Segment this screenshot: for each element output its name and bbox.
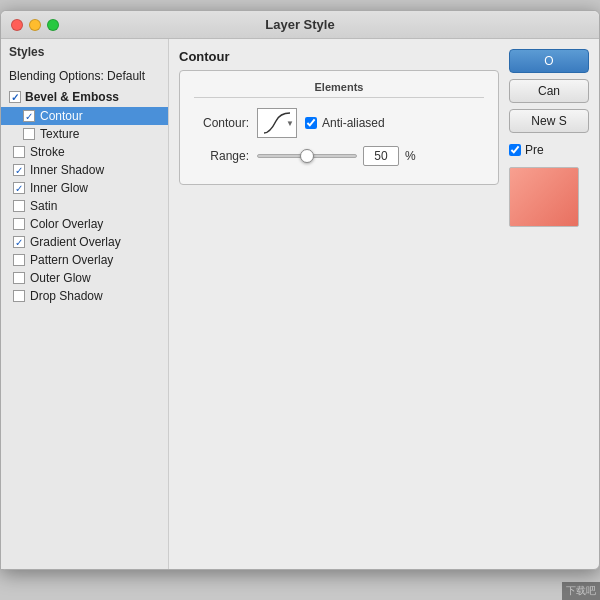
contour-row: Contour: ▼ Anti-aliased (194, 108, 484, 138)
inner-shadow-label: Inner Shadow (30, 163, 104, 177)
sidebar-item-gradient-overlay[interactable]: Gradient Overlay (1, 233, 168, 251)
preview-row: Pre (509, 143, 589, 157)
minimize-button[interactable] (29, 19, 41, 31)
range-slider-container: 50 % (257, 146, 416, 166)
anti-aliased-checkbox[interactable] (305, 117, 317, 129)
sidebar-item-satin[interactable]: Satin (1, 197, 168, 215)
maximize-button[interactable] (47, 19, 59, 31)
sidebar-item-color-overlay[interactable]: Color Overlay (1, 215, 168, 233)
contour-dropdown-arrow: ▼ (286, 119, 294, 128)
preview-checkbox[interactable] (509, 144, 521, 156)
close-button[interactable] (11, 19, 23, 31)
buttons-panel: O Can New S Pre (509, 49, 589, 227)
inner-shadow-checkbox[interactable] (13, 164, 25, 176)
contour-label: Contour (40, 109, 83, 123)
gradient-overlay-label: Gradient Overlay (30, 235, 121, 249)
range-slider[interactable] (257, 154, 357, 158)
anti-aliased-row: Anti-aliased (305, 116, 385, 130)
texture-checkbox[interactable] (23, 128, 35, 140)
color-overlay-checkbox[interactable] (13, 218, 25, 230)
preview-label: Pre (525, 143, 544, 157)
stroke-label: Stroke (30, 145, 65, 159)
satin-label: Satin (30, 199, 57, 213)
color-overlay-label: Color Overlay (30, 217, 103, 231)
sidebar-item-stroke[interactable]: Stroke (1, 143, 168, 161)
sidebar-item-inner-shadow[interactable]: Inner Shadow (1, 161, 168, 179)
watermark: 下载吧 (562, 582, 600, 600)
outer-glow-label: Outer Glow (30, 271, 91, 285)
cancel-button[interactable]: Can (509, 79, 589, 103)
elements-title: Elements (194, 81, 484, 98)
styles-header: Styles (1, 39, 168, 65)
stroke-checkbox[interactable] (13, 146, 25, 158)
sidebar-item-drop-shadow[interactable]: Drop Shadow (1, 287, 168, 305)
sidebar-item-texture[interactable]: Texture (1, 125, 168, 143)
left-panel: Styles Blending Options: Default Bevel &… (1, 39, 169, 569)
window-controls (11, 19, 59, 31)
inner-glow-checkbox[interactable] (13, 182, 25, 194)
bevel-emboss-label: Bevel & Emboss (25, 90, 119, 104)
contour-checkbox[interactable] (23, 110, 35, 122)
texture-label: Texture (40, 127, 79, 141)
outer-glow-checkbox[interactable] (13, 272, 25, 284)
inner-glow-label: Inner Glow (30, 181, 88, 195)
anti-aliased-label: Anti-aliased (322, 116, 385, 130)
drop-shadow-label: Drop Shadow (30, 289, 103, 303)
gradient-overlay-checkbox[interactable] (13, 236, 25, 248)
layer-style-window: Layer Style Styles Blending Options: Def… (0, 10, 600, 570)
bevel-emboss-checkbox[interactable] (9, 91, 21, 103)
sidebar-item-inner-glow[interactable]: Inner Glow (1, 179, 168, 197)
drop-shadow-checkbox[interactable] (13, 290, 25, 302)
satin-checkbox[interactable] (13, 200, 25, 212)
main-panel: Contour Elements Contour: ▼ (169, 39, 599, 569)
pattern-overlay-checkbox[interactable] (13, 254, 25, 266)
range-row: Range: 50 % (194, 146, 484, 166)
sidebar-item-contour[interactable]: Contour (1, 107, 168, 125)
sidebar-item-outer-glow[interactable]: Outer Glow (1, 269, 168, 287)
contour-preview[interactable]: ▼ (257, 108, 297, 138)
blending-options-item[interactable]: Blending Options: Default (1, 65, 168, 87)
range-percent: % (405, 149, 416, 163)
range-label: Range: (194, 149, 249, 163)
sidebar-item-bevel-emboss[interactable]: Bevel & Emboss (1, 87, 168, 107)
window-title: Layer Style (265, 17, 334, 32)
new-style-button[interactable]: New S (509, 109, 589, 133)
ok-button[interactable]: O (509, 49, 589, 73)
section-title: Contour (179, 49, 499, 64)
sidebar-item-pattern-overlay[interactable]: Pattern Overlay (1, 251, 168, 269)
range-input[interactable]: 50 (363, 146, 399, 166)
window-content: Styles Blending Options: Default Bevel &… (1, 39, 599, 569)
contour-field-label: Contour: (194, 116, 249, 130)
preview-thumbnail (509, 167, 579, 227)
title-bar: Layer Style (1, 11, 599, 39)
elements-panel: Elements Contour: ▼ Anti-aliased (179, 70, 499, 185)
pattern-overlay-label: Pattern Overlay (30, 253, 113, 267)
